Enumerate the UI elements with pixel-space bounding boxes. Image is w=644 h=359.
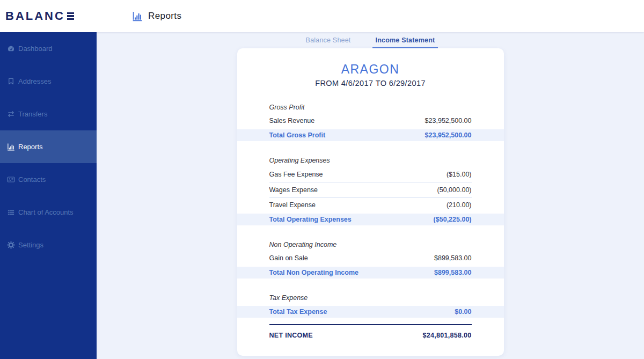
sidebar-nav: DashboardAddressesTransfersReportsContac… bbox=[0, 32, 97, 261]
total-value: $899,583.00 bbox=[434, 269, 472, 276]
net-income-label: NET INCOME bbox=[269, 332, 313, 339]
total-row: Total Tax Expense$0.00 bbox=[237, 306, 504, 318]
row-label: Gas Fee Expense bbox=[269, 171, 323, 178]
tab-balance-sheet[interactable]: Balance Sheet bbox=[303, 34, 354, 48]
section-heading: Non Operating Income bbox=[269, 238, 472, 251]
gear-icon bbox=[7, 241, 15, 249]
contacts-icon bbox=[7, 175, 15, 184]
sidebar-item-label: Reports bbox=[18, 143, 43, 151]
bookmark-icon bbox=[7, 77, 15, 85]
sidebar-item-label: Chart of Accounts bbox=[18, 208, 74, 216]
sidebar-item-label: Addresses bbox=[18, 77, 51, 85]
app-logo[interactable]: BALANC bbox=[0, 9, 97, 23]
sidebar-item-label: Settings bbox=[18, 241, 43, 249]
total-row: Total Non Operating Income$899,583.00 bbox=[237, 267, 504, 279]
logo-text: BALANC bbox=[5, 9, 65, 23]
row-label: Travel Expense bbox=[269, 201, 316, 209]
report-section-non-operating-income: Non Operating IncomeGain on Sale$899,583… bbox=[269, 238, 472, 279]
sidebar: DashboardAddressesTransfersReportsContac… bbox=[0, 32, 97, 359]
report-row: Wages Expense(50,000.00) bbox=[269, 182, 472, 198]
section-heading: Tax Expense bbox=[269, 291, 472, 304]
net-income-row: NET INCOME $24,801,858.00 bbox=[269, 328, 472, 342]
net-income-rule bbox=[269, 324, 472, 325]
sidebar-item-transfers[interactable]: Transfers bbox=[0, 98, 97, 130]
report-card: ARAGON FROM 4/6/2017 TO 6/29/2017 Gross … bbox=[237, 48, 504, 356]
net-income-block: NET INCOME $24,801,858.00 bbox=[269, 324, 472, 342]
app-window: BALANC Reports DashboardAddressesTransfe… bbox=[0, 0, 644, 359]
app-header: BALANC Reports bbox=[0, 0, 644, 32]
section-heading: Gross Profit bbox=[269, 101, 472, 114]
total-value: ($50,225.00) bbox=[434, 216, 472, 223]
report-section-tax-expense: Tax ExpenseTotal Tax Expense$0.00 bbox=[269, 291, 472, 318]
report-row: Sales Revenue$23,952,500.00 bbox=[269, 114, 472, 128]
section-heading: Operating Expenses bbox=[269, 154, 472, 167]
report-tabs: Balance SheetIncome Statement bbox=[303, 34, 438, 48]
total-label: Total Tax Expense bbox=[269, 308, 327, 316]
sidebar-item-label: Transfers bbox=[18, 110, 47, 118]
transfers-icon bbox=[7, 110, 15, 118]
total-value: $23,952,500.00 bbox=[425, 131, 472, 139]
report-row: Gas Fee Expense($15.00) bbox=[269, 167, 472, 182]
report-section-gross-profit: Gross ProfitSales Revenue$23,952,500.00T… bbox=[269, 101, 472, 141]
report-section-operating-expenses: Operating ExpensesGas Fee Expense($15.00… bbox=[269, 154, 472, 225]
report-row: Travel Expense(210.00) bbox=[269, 198, 472, 212]
row-value: ($15.00) bbox=[447, 171, 472, 178]
report-row: Gain on Sale$899,583.00 bbox=[269, 251, 472, 265]
bar-chart-icon bbox=[132, 11, 143, 21]
sidebar-item-reports[interactable]: Reports bbox=[0, 130, 97, 163]
total-label: Total Operating Expenses bbox=[269, 216, 352, 223]
tab-income-statement[interactable]: Income Statement bbox=[372, 34, 438, 48]
page-title: Reports bbox=[148, 11, 181, 21]
dashboard-icon bbox=[7, 45, 15, 53]
row-value: $899,583.00 bbox=[434, 254, 472, 262]
report-sections: Gross ProfitSales Revenue$23,952,500.00T… bbox=[269, 101, 472, 318]
total-label: Total Gross Profit bbox=[269, 131, 326, 139]
report-period: FROM 4/6/2017 TO 6/29/2017 bbox=[269, 78, 472, 88]
company-name: ARAGON bbox=[269, 62, 472, 76]
page-header: Reports bbox=[132, 11, 181, 21]
sidebar-item-dashboard[interactable]: Dashboard bbox=[0, 32, 97, 65]
row-label: Wages Expense bbox=[269, 186, 318, 194]
row-label: Gain on Sale bbox=[269, 254, 308, 262]
list-icon bbox=[7, 208, 15, 216]
total-value: $0.00 bbox=[455, 308, 471, 316]
sidebar-item-label: Dashboard bbox=[18, 45, 53, 53]
sidebar-item-addresses[interactable]: Addresses bbox=[0, 65, 97, 98]
main-content: Balance SheetIncome Statement ARAGON FRO… bbox=[97, 32, 644, 359]
net-income-value: $24,801,858.00 bbox=[422, 332, 471, 339]
total-row: Total Gross Profit$23,952,500.00 bbox=[237, 129, 504, 141]
logo-e-icon bbox=[67, 12, 74, 20]
sidebar-item-settings[interactable]: Settings bbox=[0, 229, 97, 261]
sidebar-item-label: Contacts bbox=[18, 175, 46, 184]
sidebar-item-chart-of-accounts[interactable]: Chart of Accounts bbox=[0, 196, 97, 229]
row-value: (50,000.00) bbox=[437, 186, 472, 194]
row-value: $23,952,500.00 bbox=[425, 117, 472, 124]
total-label: Total Non Operating Income bbox=[269, 269, 358, 276]
row-value: (210.00) bbox=[447, 201, 472, 209]
total-row: Total Operating Expenses($50,225.00) bbox=[237, 214, 504, 225]
bar-chart-icon bbox=[7, 143, 15, 151]
row-label: Sales Revenue bbox=[269, 117, 315, 124]
sidebar-item-contacts[interactable]: Contacts bbox=[0, 163, 97, 196]
